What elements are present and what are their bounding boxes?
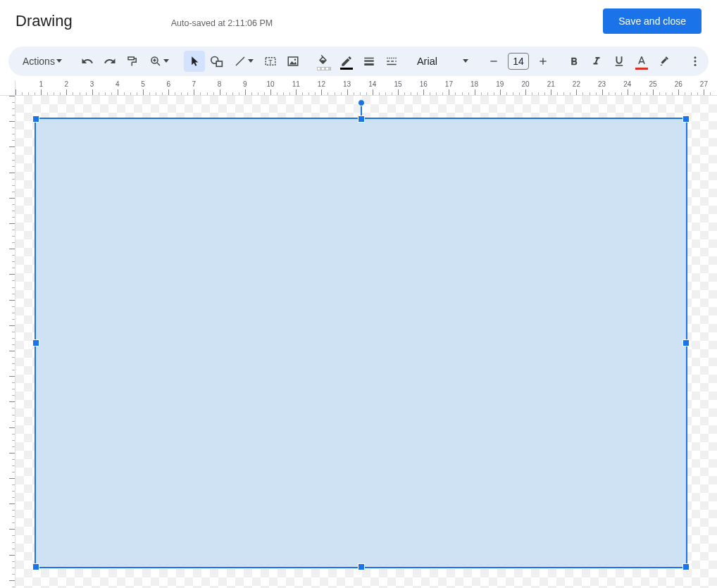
text-box-button[interactable]: T: [260, 51, 281, 72]
underline-button[interactable]: [609, 51, 630, 72]
bold-button[interactable]: [563, 51, 585, 72]
save-and-close-button[interactable]: Save and close: [603, 8, 702, 34]
line-tool-button[interactable]: [229, 51, 258, 72]
redo-icon: [104, 55, 116, 68]
actions-menu-button[interactable]: Actions: [14, 51, 68, 72]
redo-button[interactable]: [99, 51, 120, 72]
font-size-input[interactable]: [508, 53, 529, 70]
toolbar-container: Actions T: [0, 39, 717, 80]
shape-tool-button[interactable]: [206, 51, 227, 72]
highlight-color-button[interactable]: [654, 51, 675, 72]
zoom-icon: [149, 55, 162, 68]
ruler-corner: [0, 80, 15, 96]
svg-point-20: [694, 56, 696, 58]
decrease-font-size-button[interactable]: [483, 51, 504, 72]
increase-font-size-button[interactable]: [532, 51, 554, 72]
image-icon: [287, 55, 299, 68]
text-color-icon: [635, 55, 648, 68]
font-family-select[interactable]: Arial: [411, 51, 474, 72]
line-icon: [234, 55, 247, 68]
text-box-icon: T: [264, 55, 277, 68]
paint-format-button[interactable]: [122, 51, 143, 72]
line-dash-icon: [385, 55, 398, 68]
resize-handle-top-center[interactable]: [358, 115, 365, 123]
selected-rectangle-shape[interactable]: [35, 118, 687, 568]
fill-color-button[interactable]: [313, 51, 335, 72]
header: Drawing Auto-saved at 2:11:06 PM Save an…: [0, 0, 717, 39]
undo-button[interactable]: [77, 51, 98, 72]
workspace: 1234567891011121314151617181920212223242…: [0, 80, 717, 588]
text-color-button[interactable]: [631, 51, 652, 72]
fill-swatch: [318, 68, 330, 70]
dropdown-caret-icon: [248, 59, 254, 63]
cursor-icon: [188, 55, 201, 68]
rotation-handle[interactable]: [358, 99, 365, 106]
resize-handle-middle-left[interactable]: [32, 339, 39, 346]
more-vertical-icon: [689, 55, 702, 68]
svg-text:T: T: [268, 58, 273, 65]
resize-handle-top-left[interactable]: [32, 115, 39, 123]
border-color-button[interactable]: [336, 51, 357, 72]
actions-label: Actions: [23, 56, 55, 67]
italic-icon: [590, 55, 603, 68]
line-weight-icon: [363, 55, 375, 68]
svg-line-1: [157, 63, 160, 65]
plus-icon: [537, 56, 549, 67]
paint-roller-icon: [126, 55, 139, 68]
svg-rect-17: [490, 61, 497, 61]
svg-rect-12: [364, 61, 374, 62]
resize-handle-middle-right[interactable]: [682, 339, 690, 346]
drawing-canvas[interactable]: [15, 96, 717, 588]
underline-icon: [613, 55, 625, 68]
svg-point-10: [294, 59, 296, 61]
resize-handle-bottom-right[interactable]: [682, 563, 690, 570]
svg-rect-13: [364, 63, 374, 65]
autosave-status: Auto-saved at 2:11:06 PM: [171, 18, 273, 28]
dialog-title: Drawing: [15, 12, 73, 30]
resize-handle-bottom-center[interactable]: [358, 563, 365, 570]
italic-button[interactable]: [586, 51, 607, 72]
shapes-icon: [210, 55, 224, 68]
dropdown-caret-icon: [56, 59, 62, 63]
vertical-ruler[interactable]: [0, 96, 15, 588]
insert-image-button[interactable]: [282, 51, 304, 72]
minus-icon: [488, 56, 499, 67]
border-swatch: [340, 68, 353, 70]
toolbar: Actions T: [8, 46, 709, 76]
svg-rect-5: [216, 61, 222, 66]
highlighter-icon: [658, 55, 671, 68]
header-left: Drawing Auto-saved at 2:11:06 PM: [15, 12, 273, 30]
border-dash-button[interactable]: [381, 51, 402, 72]
dropdown-caret-icon: [163, 59, 169, 63]
font-name-label: Arial: [417, 56, 437, 67]
pencil-icon: [340, 55, 353, 68]
zoom-button[interactable]: [144, 51, 174, 72]
horizontal-ruler[interactable]: 1234567891011121314151617181920212223242…: [15, 80, 717, 96]
paint-bucket-icon: [318, 55, 330, 68]
more-options-button[interactable]: [685, 51, 706, 72]
resize-handle-bottom-left[interactable]: [32, 563, 39, 570]
svg-rect-19: [542, 58, 543, 64]
svg-point-22: [694, 64, 696, 66]
svg-rect-11: [364, 58, 374, 59]
resize-handle-top-right[interactable]: [682, 115, 690, 123]
svg-point-21: [694, 61, 696, 63]
canvas-page[interactable]: [18, 98, 715, 586]
undo-icon: [81, 55, 94, 68]
text-color-swatch: [635, 68, 648, 70]
bold-icon: [568, 55, 580, 68]
select-tool-button[interactable]: [184, 51, 205, 72]
font-size-group: [482, 51, 554, 72]
dropdown-caret-icon: [463, 59, 468, 63]
border-weight-button[interactable]: [358, 51, 380, 72]
svg-line-6: [236, 57, 244, 65]
